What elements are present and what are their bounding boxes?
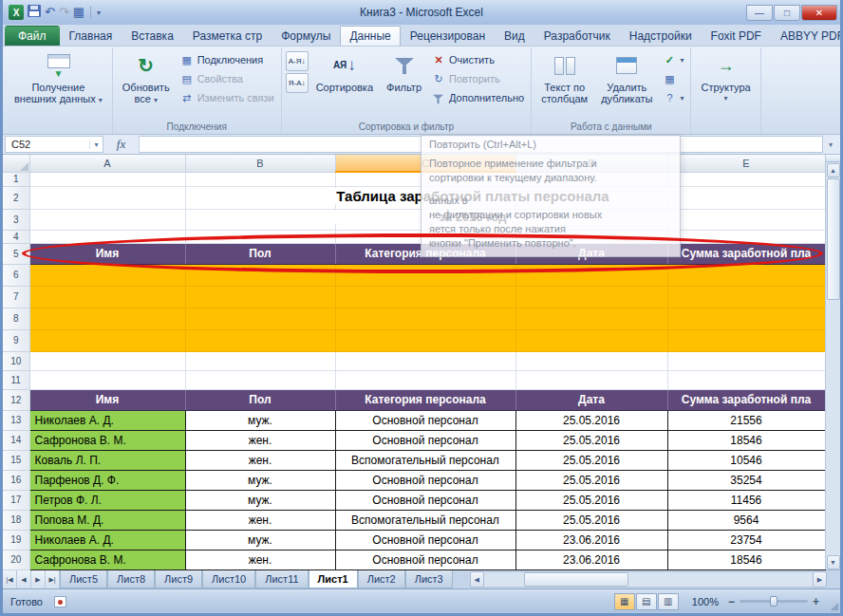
properties-button[interactable]: ▤ Свойства: [178, 70, 277, 87]
cell-E17[interactable]: 11456: [667, 490, 825, 510]
hscroll-left-button[interactable]: ◀: [470, 571, 484, 588]
sheet-tab-list9[interactable]: Лист9: [155, 570, 202, 588]
row-header-8[interactable]: 8: [3, 308, 29, 329]
what-if-analysis-button[interactable]: ? ▾: [660, 89, 686, 106]
save-button[interactable]: [28, 4, 41, 21]
tab-review[interactable]: Рецензирован: [401, 26, 495, 46]
select-all-corner[interactable]: [3, 155, 29, 172]
cell-B14[interactable]: жен.: [185, 430, 335, 450]
cell-A3[interactable]: [29, 209, 185, 230]
tab-file[interactable]: Файл: [5, 26, 60, 46]
zoom-slider-thumb[interactable]: [770, 596, 777, 607]
horizontal-scroll-thumb[interactable]: [524, 572, 628, 587]
cell-B1[interactable]: [185, 172, 335, 186]
cell-E9[interactable]: [667, 329, 825, 351]
cell-D19[interactable]: 23.06.2016: [515, 530, 667, 550]
row-header-4[interactable]: 4: [3, 230, 29, 243]
cell-C8[interactable]: [335, 308, 515, 329]
split-handle[interactable]: [826, 155, 840, 162]
cell-A17[interactable]: Петров Ф. Л.: [29, 490, 185, 510]
sort-ascending-button[interactable]: А-Я↓: [286, 51, 309, 71]
cell-C9[interactable]: [335, 329, 515, 351]
cell-C10[interactable]: [335, 351, 515, 370]
last-sheet-button[interactable]: ▶|: [46, 570, 60, 588]
cell-A16[interactable]: Парфенов Д. Ф.: [29, 470, 185, 490]
zoom-level[interactable]: 100%: [692, 596, 719, 607]
expand-formula-bar-button[interactable]: ▾: [823, 136, 838, 153]
cell-A2[interactable]: [29, 186, 185, 209]
cell-D12[interactable]: Дата: [515, 389, 667, 410]
name-box[interactable]: C52 ▾: [5, 136, 103, 153]
tab-developer[interactable]: Разработчик: [534, 26, 620, 46]
zoom-slider-track[interactable]: [740, 600, 808, 603]
cell-A12[interactable]: Имя: [29, 389, 185, 410]
cell-E14[interactable]: 18546: [667, 430, 825, 450]
cell-B12[interactable]: Пол: [185, 389, 335, 410]
cell-E2[interactable]: [667, 186, 825, 209]
edit-links-button[interactable]: ⇄ Изменить связи: [178, 89, 277, 106]
sort-dialog-button[interactable]: АЯ↓ Сортировка: [310, 48, 379, 121]
sort-descending-button[interactable]: Я-А↓: [286, 73, 309, 93]
cell-D11[interactable]: [515, 370, 667, 389]
cell-D7[interactable]: [515, 286, 667, 308]
cell-B20[interactable]: жен.: [185, 550, 335, 569]
cell-C19[interactable]: Основной персонал: [335, 530, 515, 550]
row-header-7[interactable]: 7: [3, 286, 29, 308]
cell-A15[interactable]: Коваль Л. П.: [29, 450, 185, 470]
cell-E13[interactable]: 21556: [667, 410, 825, 430]
cell-A9[interactable]: [29, 329, 185, 351]
cell-E16[interactable]: 35254: [667, 470, 825, 490]
customize-quick-access-button[interactable]: ▾: [97, 9, 101, 17]
sheet-tab-list5[interactable]: Лист5: [60, 570, 107, 588]
outline-button[interactable]: → Структура ▾: [695, 48, 756, 121]
cell-C11[interactable]: [335, 370, 515, 389]
row-header-3[interactable]: 3: [3, 209, 29, 230]
cell-B13[interactable]: муж.: [185, 410, 335, 430]
view-page-break-button[interactable]: ▥: [658, 593, 679, 610]
cell-B19[interactable]: муж.: [185, 530, 335, 550]
sheet-tab-list8[interactable]: Лист8: [107, 570, 155, 588]
sheet-tab-list11[interactable]: Лист11: [255, 570, 308, 588]
get-external-data-button[interactable]: ▼ Получение внешних данных ▾: [9, 48, 108, 121]
horizontal-scroll-track[interactable]: [484, 571, 813, 588]
cell-D9[interactable]: [515, 329, 667, 351]
cell-B7[interactable]: [185, 286, 335, 308]
column-header-B[interactable]: B: [185, 155, 335, 172]
cell-E1[interactable]: [667, 172, 825, 186]
cell-B11[interactable]: [185, 370, 335, 389]
vertical-scrollbar[interactable]: ▲ ▼: [825, 155, 840, 569]
cell-E3[interactable]: [667, 209, 825, 230]
cell-E7[interactable]: [667, 286, 825, 308]
clear-filter-button[interactable]: ✕ Очистить: [429, 51, 527, 68]
cell-E12[interactable]: Сумма заработной пла: [667, 389, 825, 410]
horizontal-scrollbar[interactable]: ◀ ▶: [470, 571, 827, 588]
cell-C15[interactable]: Вспомогательный персонал: [335, 450, 515, 470]
tab-home[interactable]: Главная: [60, 26, 122, 46]
advanced-filter-button[interactable]: Дополнительно: [429, 89, 527, 106]
column-header-E[interactable]: E: [667, 155, 825, 172]
cell-C7[interactable]: [335, 286, 515, 308]
row-header-13[interactable]: 13: [3, 410, 29, 430]
cell-A11[interactable]: [29, 370, 185, 389]
refresh-all-button[interactable]: ↻ Обновить все ▾: [117, 48, 176, 121]
cell-D20[interactable]: 23.06.2016: [515, 550, 667, 569]
connections-button[interactable]: ▦ Подключения: [178, 51, 277, 68]
scroll-up-button[interactable]: ▲: [827, 163, 840, 177]
cell-B10[interactable]: [185, 351, 335, 370]
resize-grip[interactable]: ◢: [831, 600, 838, 612]
cell-E15[interactable]: 10546: [667, 450, 825, 470]
cell-A14[interactable]: Сафронова В. М.: [29, 430, 185, 450]
insert-function-button[interactable]: fx: [103, 136, 140, 153]
cell-C14[interactable]: Основной персонал: [335, 430, 515, 450]
cell-C17[interactable]: Основной персонал: [335, 490, 515, 510]
redo-button[interactable]: ↷: [59, 5, 69, 20]
row-header-17[interactable]: 17: [3, 490, 29, 510]
cell-D14[interactable]: 25.05.2016: [515, 430, 667, 450]
cell-D18[interactable]: 25.05.2016: [515, 510, 667, 530]
tab-page-layout[interactable]: Разметка стр: [183, 26, 272, 46]
view-page-layout-button[interactable]: ▤: [636, 593, 657, 610]
tab-splitter[interactable]: [453, 570, 470, 588]
row-header-11[interactable]: 11: [3, 370, 29, 389]
cell-C18[interactable]: Вспомогательный персонал: [335, 510, 515, 530]
vertical-scroll-thumb[interactable]: [827, 178, 840, 300]
